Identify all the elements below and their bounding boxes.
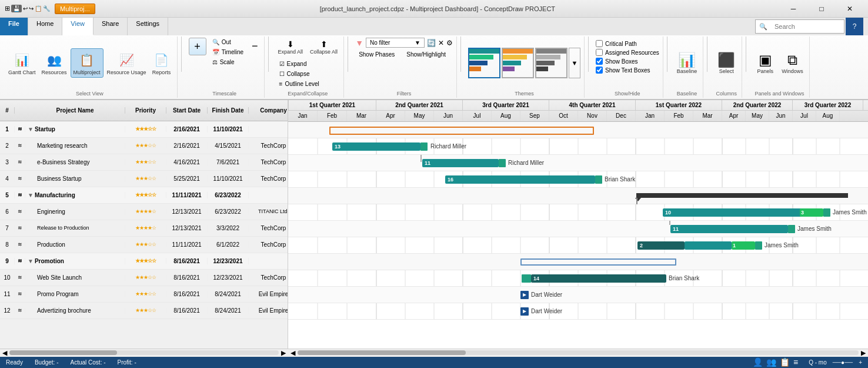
theme-1[interactable] [468, 48, 500, 78]
tab-view[interactable]: View [62, 18, 94, 35]
refresh-icon[interactable]: 🔄 [427, 39, 436, 47]
gantt-bar-ebusiness[interactable]: 11 [422, 159, 499, 167]
gantt-bar-promotion[interactable] [520, 258, 676, 266]
zoom-level: Q - mo [809, 359, 827, 366]
theme-3[interactable] [535, 48, 567, 78]
out-button[interactable]: 🔍 Out [209, 38, 247, 47]
bar-label-2: Richard Miller [430, 143, 466, 150]
gantt-scroll-right-icon[interactable]: ▶ [861, 349, 866, 357]
table-row[interactable]: 10 ≋ Web Site Launch ★★★☆☆ 8/16/2021 12/… [0, 270, 288, 286]
gantt-bar-marketing[interactable]: 13 [332, 142, 420, 151]
milestone-6 [823, 208, 830, 217]
gantt-bar-production[interactable]: 2 [637, 241, 685, 250]
no-filter-dropdown[interactable]: No filter ▼ [366, 38, 425, 48]
resources-label: Resources [42, 69, 67, 76]
gantt-bar-startup[interactable] [329, 127, 594, 135]
table-row[interactable]: 1 ≋ ▼Startup ★★★☆☆ 2/16/2021 11/10/2021 [0, 121, 288, 138]
timeline-button[interactable]: 📅 Timeline [209, 48, 247, 57]
table-row[interactable]: 12 ≋ Advertizing brochure ★★★☆☆ 8/16/202… [0, 303, 288, 319]
month-mar2: Mar [693, 111, 722, 121]
minimize-button[interactable]: ─ [780, 0, 807, 18]
help-button[interactable]: ? [846, 18, 863, 35]
expand-button[interactable]: ☑Expand [276, 59, 323, 68]
month-may: May [405, 111, 434, 121]
table-row[interactable]: 7 ≋ Release to Production ★★★★☆ 12/13/20… [0, 220, 288, 237]
resources-button[interactable]: 👥 Resources [39, 49, 69, 78]
resource-usage-label: Resource Usage [107, 69, 146, 76]
scroll-left-icon[interactable]: ◀ [2, 349, 7, 357]
table-row[interactable]: 8 ≋ Production ★★★☆☆ 11/11/2021 6/1/2022… [0, 237, 288, 253]
reports-label: Reports [152, 69, 171, 76]
reports-button[interactable]: 📄 Reports [150, 49, 173, 78]
theme-2[interactable] [502, 48, 534, 78]
gantt-chart-button[interactable]: 📊 Gantt Chart [6, 49, 38, 78]
gantt-bar-websitelaunch[interactable]: 14 [531, 274, 666, 283]
expand-all-button[interactable]: ⬇ Expand All [276, 38, 306, 57]
show-text-boxes-checkbox[interactable] [596, 67, 603, 74]
windows-button[interactable]: ⧉ Windows [779, 50, 806, 77]
multiproject-view-button[interactable]: 📋 Multiproject [71, 48, 104, 78]
month-jul2: Jul [793, 111, 816, 121]
gantt-bar-engineering[interactable]: 10 [663, 208, 819, 217]
scroll-right-icon[interactable]: ▶ [281, 349, 286, 357]
panels-button[interactable]: ▣ Panels [753, 50, 777, 77]
bar-label-6: James Smith [833, 209, 867, 216]
tab-home[interactable]: Home [28, 18, 62, 35]
status-icon-2[interactable]: 👥 [766, 357, 776, 367]
window-controls[interactable]: ─ □ ✕ [780, 0, 863, 18]
multiproject-button[interactable]: Multiproj... [55, 4, 95, 14]
table-row[interactable]: 5 ≋ ▼Manufacturing ★★★☆☆ 11/11/2021 6/23… [0, 187, 288, 204]
critical-path-checkbox[interactable] [596, 40, 603, 47]
tab-file[interactable]: File [0, 18, 28, 35]
gantt-bar-release[interactable]: 11 [670, 225, 788, 233]
close-button[interactable]: ✕ [836, 0, 863, 18]
gantt-bar-bizstartup[interactable]: 16 [445, 175, 595, 184]
tab-share[interactable]: Share [94, 18, 128, 35]
status-icons: 👤 👥 📋 ≡ [753, 357, 798, 367]
zoom-plus-icon[interactable]: + [859, 359, 862, 366]
multiproject-label: Multiproject [74, 69, 101, 76]
gantt-scroll-left-icon[interactable]: ◀ [291, 349, 295, 357]
status-icon-4[interactable]: ≡ [793, 357, 798, 367]
expand-icon-5[interactable]: ≋ [15, 192, 25, 198]
filter-options-icon[interactable]: ⚙ [446, 39, 453, 47]
zoom-slider[interactable]: ──●── [833, 359, 853, 366]
show-phases-button[interactable]: Show Phases [355, 50, 398, 59]
theme-scroll-down[interactable]: ▼ [569, 48, 580, 78]
table-row[interactable]: 6 ≋ Enginering ★★★★☆ 12/13/2021 6/23/202… [0, 204, 288, 220]
expand-icon-1[interactable]: ≋ [15, 126, 25, 132]
outline-level-button[interactable]: ≡Outline Level [276, 79, 323, 88]
gantt-bar-manufacturing[interactable] [636, 193, 848, 198]
zoom-in-button[interactable]: + [189, 38, 206, 55]
collapse-all-button[interactable]: ⬆ Collapse All [308, 38, 340, 57]
collapse-button[interactable]: ☐Collapse [276, 69, 323, 78]
expand-all-icon: ⬇ [287, 39, 294, 49]
table-row[interactable]: 9 ≋ ▼Promotion ★★★☆☆ 8/16/2021 12/23/202… [0, 253, 288, 270]
scale-button[interactable]: ⚖ Scale [209, 58, 247, 67]
status-icon-1[interactable]: 👤 [753, 357, 763, 367]
collapse-icon-1[interactable]: ▼ [28, 126, 34, 132]
resource-usage-button[interactable]: 📈 Resource Usage [105, 49, 149, 78]
collapse-icon-9[interactable]: ▼ [28, 258, 34, 264]
clear-filter-icon[interactable]: ✕ [438, 39, 444, 47]
panels-windows-label: Panels and Windows [755, 91, 804, 97]
baseline-button[interactable]: 📊 Baseline [675, 50, 700, 77]
assigned-resources-checkbox[interactable] [596, 49, 603, 56]
collapse-icon-5[interactable]: ▼ [28, 192, 34, 198]
month-apr2: Apr [722, 111, 746, 121]
select-button[interactable]: ⬛ Select [715, 50, 738, 77]
table-row[interactable]: 3 ≋ e-Business Strategy ★★★☆☆ 4/16/2021 … [0, 154, 288, 171]
scroll-area[interactable]: ◀ ▶ ◀ ▶ [0, 349, 868, 357]
table-row[interactable]: 11 ≋ Promo Program ★★★☆☆ 8/16/2021 8/24/… [0, 286, 288, 303]
status-icon-3[interactable]: 📋 [780, 357, 790, 367]
zoom-out-button[interactable]: − [249, 38, 261, 55]
show-boxes-checkbox[interactable] [596, 58, 603, 65]
gantt-row-7: 11 James Smith [288, 221, 868, 237]
tab-settings[interactable]: Settings [128, 18, 168, 35]
search-input[interactable] [770, 21, 840, 32]
show-highlight-button[interactable]: Show/Highlight [403, 50, 449, 59]
expand-icon-9[interactable]: ≋ [15, 258, 25, 264]
table-row[interactable]: 2 ≋ Marketing research ★★★☆☆ 2/16/2021 4… [0, 138, 288, 154]
table-row[interactable]: 4 ≋ Business Startup ★★★☆☆ 5/25/2021 11/… [0, 171, 288, 187]
maximize-button[interactable]: □ [808, 0, 835, 18]
